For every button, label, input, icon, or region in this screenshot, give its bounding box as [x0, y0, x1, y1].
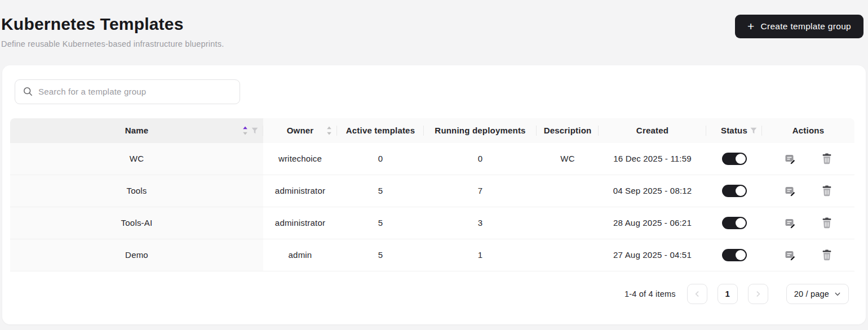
table-row: Tools administrator 5 7 04 Sep 2025 - 08… [10, 175, 854, 207]
cell-description [537, 207, 599, 239]
table-body: WC writechoice 0 0 WC 16 Dec 2025 - 11:5… [10, 143, 854, 271]
cell-actions [762, 207, 854, 239]
cell-created: 04 Sep 2025 - 08:12 [599, 175, 706, 207]
plus-icon: + [747, 20, 755, 32]
column-header-running-deployments: Running deployments [424, 118, 537, 143]
cell-actions [762, 143, 854, 175]
cell-owner: writechoice [263, 143, 337, 175]
cell-running-deployments: 7 [424, 175, 537, 207]
edit-button[interactable] [785, 217, 796, 229]
pagination-page-1-button[interactable]: 1 [718, 284, 738, 304]
column-label: Owner [287, 126, 314, 135]
column-label: Actions [792, 126, 824, 135]
table-row: Tools-AI administrator 5 3 28 Aug 2025 -… [10, 207, 854, 239]
chevron-right-icon [754, 290, 762, 298]
column-label: Description [544, 126, 592, 135]
page-subtitle: Define reusable Kubernetes-based infrast… [1, 39, 224, 48]
edit-icon [785, 249, 796, 261]
edit-button[interactable] [785, 249, 796, 261]
create-button-label: Create template group [760, 21, 851, 32]
cell-status [706, 207, 762, 239]
status-toggle[interactable] [722, 153, 747, 165]
cell-actions [762, 175, 854, 207]
table-row: Demo admin 5 1 27 Aug 2025 - 04:51 [10, 239, 854, 271]
pagination-next-button[interactable] [748, 284, 768, 304]
column-label: Running deployments [435, 126, 525, 135]
edit-button[interactable] [785, 153, 796, 164]
page-title: Kubernetes Templates [1, 15, 224, 34]
sort-carets-icon[interactable] [326, 125, 332, 136]
edit-button[interactable] [785, 185, 796, 197]
cell-name: Tools-AI [10, 207, 263, 239]
search-icon [23, 87, 33, 96]
column-label: Name [125, 126, 149, 135]
edit-icon [785, 153, 796, 164]
cell-status [706, 239, 762, 271]
cell-active-templates: 0 [337, 143, 424, 175]
cell-owner: administrator [263, 175, 337, 207]
cell-description [537, 239, 599, 271]
column-label: Status [721, 126, 747, 135]
cell-running-deployments: 1 [424, 239, 537, 271]
cell-name: Tools [10, 175, 263, 207]
column-header-owner[interactable]: Owner [263, 118, 337, 143]
search-row [2, 65, 866, 118]
delete-button[interactable] [822, 153, 832, 164]
cell-description [537, 175, 599, 207]
sort-carets-icon[interactable] [242, 125, 248, 136]
status-toggle[interactable] [722, 217, 747, 229]
column-header-actions: Actions [762, 118, 854, 143]
delete-button[interactable] [822, 249, 832, 261]
cell-active-templates: 5 [337, 175, 424, 207]
create-template-group-button[interactable]: + Create template group [735, 15, 863, 38]
cell-owner: admin [263, 239, 337, 271]
status-header-icons [750, 127, 757, 134]
column-header-name[interactable]: Name [10, 118, 263, 143]
delete-button[interactable] [822, 217, 832, 229]
cell-created: 27 Aug 2025 - 04:51 [599, 239, 706, 271]
column-header-description: Description [537, 118, 599, 143]
template-groups-table: Name Owner [10, 118, 854, 271]
filter-icon[interactable] [251, 127, 258, 134]
cell-created: 28 Aug 2025 - 06:21 [599, 207, 706, 239]
column-header-status[interactable]: Status [706, 118, 762, 143]
cell-name: Demo [10, 239, 263, 271]
cell-active-templates: 5 [337, 207, 424, 239]
cell-actions [762, 239, 854, 271]
kubernetes-templates-page: Kubernetes Templates Define reusable Kub… [0, 0, 868, 330]
status-toggle[interactable] [722, 249, 747, 261]
trash-icon [822, 249, 832, 261]
name-header-icons [242, 125, 258, 136]
trash-icon [822, 153, 832, 164]
pagination-prev-button[interactable] [687, 284, 707, 304]
column-label: Active templates [346, 126, 415, 135]
page-size-select[interactable]: 20 / page [786, 284, 849, 304]
filter-icon[interactable] [750, 127, 757, 134]
pagination-summary: 1-4 of 4 items [625, 289, 676, 298]
template-groups-card: Name Owner [2, 65, 866, 324]
search-input[interactable] [38, 87, 232, 96]
table-header-row: Name Owner [10, 118, 854, 143]
trash-icon [822, 217, 832, 229]
cell-status [706, 175, 762, 207]
cell-name: WC [10, 143, 263, 175]
cell-active-templates: 5 [337, 239, 424, 271]
cell-description: WC [537, 143, 599, 175]
search-box[interactable] [15, 79, 240, 104]
page-header: Kubernetes Templates Define reusable Kub… [0, 0, 868, 48]
cell-owner: administrator [263, 207, 337, 239]
chevron-left-icon [693, 290, 701, 298]
cell-status [706, 143, 762, 175]
column-header-active-templates: Active templates [337, 118, 424, 143]
page-size-value: 20 / page [794, 289, 829, 298]
page-heading-block: Kubernetes Templates Define reusable Kub… [1, 15, 224, 48]
cell-running-deployments: 3 [424, 207, 537, 239]
cell-running-deployments: 0 [424, 143, 537, 175]
chevron-down-icon [834, 291, 841, 297]
delete-button[interactable] [822, 185, 832, 197]
status-toggle[interactable] [722, 185, 747, 197]
pagination: 1-4 of 4 items 1 20 / page [2, 271, 866, 304]
trash-icon [822, 185, 832, 197]
edit-icon [785, 217, 796, 229]
table-row: WC writechoice 0 0 WC 16 Dec 2025 - 11:5… [10, 143, 854, 175]
